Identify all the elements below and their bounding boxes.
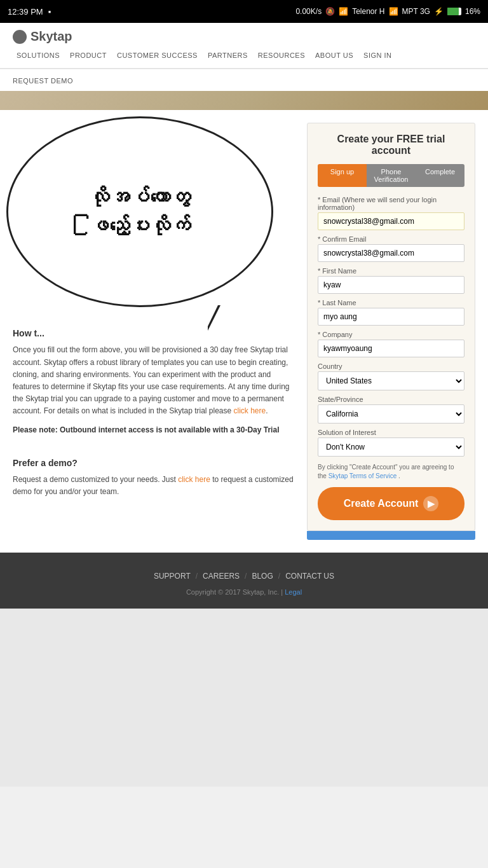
- state-group: State/Province California New York Texas: [318, 396, 464, 424]
- footer-copyright: Copyright © 2017 Skytap, Inc. | Legal: [13, 588, 475, 596]
- main-content: လိုအပ်တာတွေဖြည့်ပေးလိုက် How t... Once y…: [0, 110, 488, 553]
- logo-icon: [13, 30, 27, 44]
- nav-about-us[interactable]: ABOUT US: [311, 49, 357, 62]
- nav-bar: SOLUTIONS PRODUCT CUSTOMER SUCCESS PARTN…: [13, 49, 475, 62]
- company-group: * Company: [318, 331, 464, 357]
- carrier2: MPT 3G: [402, 7, 430, 16]
- battery-icon: [447, 8, 461, 15]
- footer-careers[interactable]: CAREERS: [203, 572, 240, 581]
- prefer-demo-heading: Prefer a demo?: [13, 456, 294, 470]
- state-select[interactable]: California New York Texas: [318, 404, 464, 424]
- site-footer: SUPPORT / CAREERS / BLOG / CONTACT US Co…: [0, 553, 488, 609]
- logo-text[interactable]: Skytap: [30, 29, 72, 44]
- nav-sign-in[interactable]: SIGN IN: [360, 49, 395, 62]
- first-name-group: * First Name: [318, 267, 464, 294]
- right-panel: Create your FREE trial account Sign up P…: [307, 123, 475, 540]
- mute-icon: 🔕: [325, 7, 335, 16]
- company-label: * Company: [318, 331, 464, 338]
- solution-select[interactable]: Don't Know Development & Testing Trainin…: [318, 437, 464, 457]
- terms-link[interactable]: Skytap Terms of Service: [329, 472, 397, 479]
- click-here-link-1[interactable]: click here: [234, 406, 266, 415]
- nav-customer-success[interactable]: CUSTOMER SUCCESS: [113, 49, 201, 62]
- period-1: .: [266, 406, 268, 415]
- solution-label: Solution of Interest: [318, 429, 464, 436]
- footer-blog[interactable]: BLOG: [252, 572, 273, 581]
- footer-links: SUPPORT / CAREERS / BLOG / CONTACT US: [13, 572, 475, 581]
- tab-phone-verification[interactable]: Phone Verification: [367, 164, 416, 187]
- network-speed: 0.00K/s: [295, 7, 322, 16]
- extra-space: [0, 609, 488, 787]
- confirm-email-input[interactable]: [318, 244, 464, 262]
- footer-contact-us[interactable]: CONTACT US: [285, 572, 334, 581]
- tab-complete[interactable]: Complete: [416, 164, 464, 187]
- arrow-icon: ▶: [423, 496, 438, 511]
- left-content: လိုအပ်တာတွေဖြည့်ပေးလိုက် How t... Once y…: [13, 123, 294, 540]
- solution-group: Solution of Interest Don't Know Developm…: [318, 429, 464, 457]
- form-card: Create your FREE trial account Sign up P…: [307, 123, 475, 531]
- time: 12:39 PM: [8, 7, 43, 17]
- signal-icon: 📶: [339, 7, 348, 16]
- form-title: Create your FREE trial account: [318, 134, 464, 156]
- create-account-label: Create Account: [344, 498, 419, 509]
- demo-description-end: to request a customized demo for you and…: [13, 475, 294, 496]
- nav-resources[interactable]: RESOURCES: [254, 49, 309, 62]
- carrier1: Telenor H: [352, 7, 384, 16]
- bubble-text: လိုအပ်တာတွေဖြည့်ပေးလိုက်: [76, 170, 203, 253]
- battery-percent: 16%: [465, 7, 480, 16]
- country-label: Country: [318, 362, 464, 370]
- how-to-heading: How t...: [13, 326, 294, 340]
- nav-solutions[interactable]: SOLUTIONS: [13, 49, 64, 62]
- signal2-icon: 📶: [389, 7, 398, 16]
- first-name-label: * First Name: [318, 267, 464, 275]
- internet-note: Please note: Outbound internet access is…: [13, 424, 294, 436]
- terms-text: By clicking "Create Account" you are agr…: [318, 463, 464, 481]
- request-demo-button[interactable]: REQUEST DEMO: [13, 77, 73, 85]
- email-group: * Email (Where we will send your login i…: [318, 196, 464, 230]
- footer-legal-link[interactable]: Legal: [285, 588, 302, 596]
- tab-sign-up[interactable]: Sign up: [318, 164, 367, 187]
- first-name-input[interactable]: [318, 276, 464, 294]
- confirm-email-group: * Confirm Email: [318, 235, 464, 262]
- last-name-label: * Last Name: [318, 299, 464, 307]
- country-group: Country United States Canada UK: [318, 362, 464, 390]
- company-input[interactable]: [318, 340, 464, 357]
- email-label: * Email (Where we will send your login i…: [318, 196, 464, 211]
- status-bar: 12:39 PM ▪ 0.00K/s 🔕 📶 Telenor H 📶 MPT 3…: [0, 0, 488, 23]
- android-icon: ▪: [48, 7, 51, 17]
- nav-product[interactable]: PRODUCT: [66, 49, 111, 62]
- click-here-link-2[interactable]: click here: [178, 475, 210, 484]
- site-header: Skytap SOLUTIONS PRODUCT CUSTOMER SUCCES…: [0, 23, 488, 69]
- email-input[interactable]: [318, 212, 464, 230]
- footer-support[interactable]: SUPPORT: [154, 572, 191, 581]
- progress-tabs: Sign up Phone Verification Complete: [318, 164, 464, 187]
- last-name-group: * Last Name: [318, 299, 464, 326]
- logo-area: Skytap: [13, 29, 475, 44]
- country-select[interactable]: United States Canada UK: [318, 371, 464, 390]
- create-account-button[interactable]: Create Account ▶: [318, 487, 464, 520]
- blue-bar: [307, 531, 475, 540]
- demo-description: Request a demo customized to your needs.…: [13, 474, 294, 498]
- hero-banner: [0, 91, 488, 110]
- trial-description: Once you fill out the form above, you wi…: [13, 344, 294, 417]
- request-demo-bar: REQUEST DEMO: [0, 69, 488, 91]
- state-label: State/Province: [318, 396, 464, 403]
- bolt-icon: ⚡: [434, 7, 444, 16]
- speech-bubble: လိုအပ်တာတွေဖြည့်ပေးလိုက်: [6, 116, 273, 307]
- nav-partners[interactable]: PARTNERS: [204, 49, 252, 62]
- last-name-input[interactable]: [318, 308, 464, 326]
- left-text-below: How t... Once you fill out the form abov…: [13, 326, 294, 498]
- confirm-email-label: * Confirm Email: [318, 235, 464, 243]
